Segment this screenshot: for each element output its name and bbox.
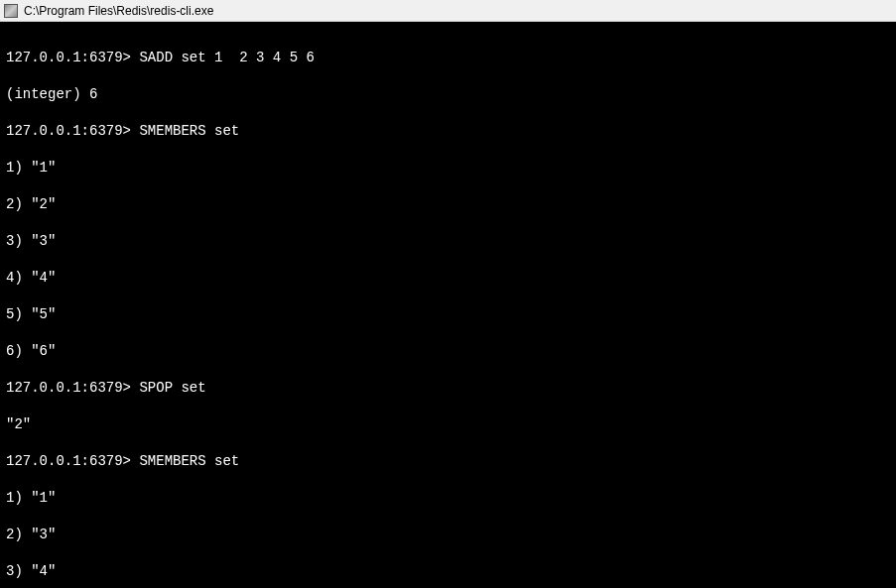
console-line: 127.0.0.1:6379> SMEMBERS set (6, 122, 890, 141)
window-title: C:\Program Files\Redis\redis-cli.exe (24, 4, 213, 18)
console-line: (integer) 6 (6, 85, 890, 104)
window-title-bar[interactable]: C:\Program Files\Redis\redis-cli.exe (0, 0, 896, 22)
console-line: 2) "2" (6, 195, 890, 214)
console-line: 3) "4" (6, 562, 890, 581)
console-line: 127.0.0.1:6379> SADD set 1 2 3 4 5 6 (6, 49, 890, 67)
console-line: 3) "3" (6, 232, 890, 251)
console-line: 4) "4" (6, 269, 890, 288)
console-line: 127.0.0.1:6379> SPOP set (6, 379, 890, 398)
console-line: "2" (6, 415, 890, 434)
console-body[interactable]: 127.0.0.1:6379> SADD set 1 2 3 4 5 6 (in… (0, 22, 896, 588)
console-line: 5) "5" (6, 305, 890, 324)
console-line: 2) "3" (6, 526, 890, 544)
console-line: 1) "1" (6, 489, 890, 508)
console-line: 127.0.0.1:6379> SMEMBERS set (6, 452, 890, 471)
console-line: 1) "1" (6, 159, 890, 177)
console-line: 6) "6" (6, 342, 890, 361)
window-icon (4, 4, 18, 18)
